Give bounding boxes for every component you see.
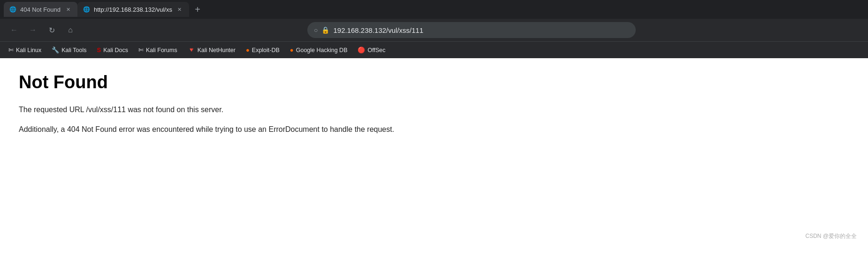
bookmark-kali-forums[interactable]: ✄ Kali Forums: [134, 45, 182, 55]
exploit-db-icon: ●: [246, 46, 250, 53]
url-text: 192.168.238.132/vul/xss/111: [333, 26, 629, 34]
kali-docs-label: Kali Docs: [103, 47, 128, 53]
back-button[interactable]: ←: [8, 23, 21, 37]
kali-nethunter-label: Kali NetHunter: [198, 47, 236, 53]
tab-active[interactable]: 🌐 http://192.168.238.132/vul/xs ✕: [77, 2, 189, 17]
kali-tools-label: Kali Tools: [61, 47, 86, 53]
back-icon: ←: [10, 26, 18, 34]
bookmark-offsec[interactable]: 🔴 OffSec: [353, 45, 390, 55]
google-hacking-db-icon: ●: [290, 46, 294, 53]
url-bar[interactable]: ○ 🔒 192.168.238.132/vul/xss/111: [307, 22, 636, 38]
kali-forums-label: Kali Forums: [146, 47, 177, 53]
address-bar: ← → ↻ ⌂ ○ 🔒 192.168.238.132/vul/xss/111: [0, 19, 868, 41]
bookmark-exploit-db[interactable]: ● Exploit-DB: [241, 45, 284, 55]
bookmark-kali-linux[interactable]: ✄ Kali Linux: [4, 45, 46, 55]
error-line2: Additionally, a 404 Not Found error was …: [19, 123, 849, 136]
reload-icon: ↻: [49, 26, 55, 35]
kali-linux-label: Kali Linux: [16, 47, 41, 53]
tab1-favicon: 🌐: [9, 6, 16, 13]
error-line1: The requested URL /vul/xss/111 was not f…: [19, 104, 849, 116]
offsec-icon: 🔴: [358, 46, 365, 53]
home-button[interactable]: ⌂: [64, 23, 77, 37]
watermark: CSDN @爱你的全全: [805, 232, 857, 240]
tab2-close-icon[interactable]: ✕: [176, 6, 183, 13]
tab-inactive[interactable]: 🌐 404 Not Found ✕: [4, 2, 77, 17]
url-shield-icon: ○: [314, 26, 318, 34]
offsec-label: OffSec: [367, 47, 385, 53]
page-content: Not Found The requested URL /vul/xss/111…: [0, 58, 868, 246]
tab-bar: 🌐 404 Not Found ✕ 🌐 http://192.168.238.1…: [0, 0, 868, 19]
forward-icon: →: [29, 26, 37, 34]
tab2-favicon: 🌐: [83, 6, 90, 13]
home-icon: ⌂: [68, 26, 73, 34]
browser-chrome: 🌐 404 Not Found ✕ 🌐 http://192.168.238.1…: [0, 0, 868, 58]
tab1-label: 404 Not Found: [20, 6, 61, 13]
kali-docs-icon: S: [97, 46, 101, 53]
bookmark-kali-nethunter[interactable]: 🔻 Kali NetHunter: [183, 45, 240, 55]
bookmark-google-hacking-db[interactable]: ● Google Hacking DB: [285, 45, 352, 55]
reload-button[interactable]: ↻: [45, 23, 58, 37]
forward-button[interactable]: →: [26, 23, 39, 37]
bookmarks-bar: ✄ Kali Linux 🔧 Kali Tools S Kali Docs ✄ …: [0, 41, 868, 58]
new-tab-button[interactable]: +: [191, 3, 204, 16]
page-title: Not Found: [19, 72, 849, 92]
kali-nethunter-icon: 🔻: [188, 46, 195, 53]
kali-tools-icon: 🔧: [52, 46, 59, 53]
exploit-db-label: Exploit-DB: [252, 47, 280, 53]
google-hacking-db-label: Google Hacking DB: [296, 47, 348, 53]
kali-linux-icon: ✄: [8, 46, 14, 53]
tab1-close-icon[interactable]: ✕: [64, 6, 72, 13]
kali-forums-icon: ✄: [138, 46, 144, 53]
bookmark-kali-docs[interactable]: S Kali Docs: [92, 45, 132, 55]
bookmark-kali-tools[interactable]: 🔧 Kali Tools: [47, 45, 91, 55]
page-body: The requested URL /vul/xss/111 was not f…: [19, 104, 849, 135]
url-lock-icon: 🔒: [321, 26, 329, 34]
tab2-label: http://192.168.238.132/vul/xs: [94, 6, 172, 13]
